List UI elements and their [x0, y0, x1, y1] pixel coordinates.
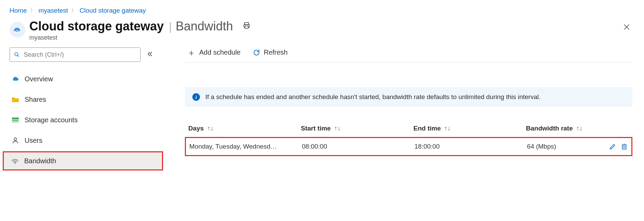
sidebar-item-overview[interactable]: Overview: [5, 69, 162, 88]
content-pane: ＋ Add schedule Refresh i If a schedule h…: [153, 47, 644, 210]
svg-line-7: [17, 55, 19, 57]
sidebar-item-users[interactable]: Users: [5, 131, 162, 150]
blade-header: Cloud storage gateway | Bandwidth myaset…: [0, 17, 644, 47]
close-button[interactable]: [621, 21, 632, 35]
page-section: Bandwidth: [176, 19, 233, 33]
cell-days: Monday, Tuesday, Wednesd…: [189, 143, 302, 150]
breadcrumb: Home 〉 myasetest 〉 Cloud storage gateway: [0, 0, 644, 17]
sidebar-item-storage-accounts[interactable]: Storage accounts: [5, 110, 162, 129]
svg-rect-13: [623, 145, 626, 149]
delete-icon[interactable]: [620, 143, 628, 150]
breadcrumb-resource[interactable]: myasetest: [39, 7, 68, 14]
folder-icon: [11, 96, 20, 103]
breadcrumb-current[interactable]: Cloud storage gateway: [79, 7, 146, 14]
table-row[interactable]: Monday, Tuesday, Wednesd… 08:00:00 18:00…: [185, 137, 632, 156]
column-label: End time: [413, 125, 441, 132]
cell-start-time: 08:00:00: [302, 143, 414, 150]
info-icon: i: [192, 93, 200, 101]
title-separator: |: [169, 20, 172, 33]
resource-type-icon: [10, 22, 25, 38]
sidebar-search[interactable]: [10, 47, 141, 62]
storage-icon: [11, 116, 20, 123]
chevron-right-icon: 〉: [30, 8, 35, 14]
sidebar-item-shares[interactable]: Shares: [5, 90, 162, 109]
command-label: Add schedule: [199, 49, 240, 56]
plus-icon: ＋: [187, 48, 196, 57]
svg-point-6: [15, 53, 18, 56]
pin-icon[interactable]: [243, 22, 251, 31]
column-label: Bandwidth rate: [526, 125, 573, 132]
edit-icon[interactable]: [609, 143, 616, 150]
svg-rect-8: [12, 118, 19, 119]
breadcrumb-home[interactable]: Home: [10, 7, 27, 14]
svg-rect-1: [245, 23, 249, 25]
row-actions: [597, 143, 628, 150]
svg-point-11: [14, 138, 16, 140]
collapse-sidebar-button[interactable]: [147, 51, 153, 59]
user-icon: [11, 137, 20, 144]
sort-icon: ↑↓: [576, 125, 583, 132]
sidebar-item-label: Bandwidth: [24, 157, 56, 165]
sidebar-item-label: Overview: [25, 75, 53, 83]
search-icon: [14, 52, 20, 58]
sidebar-item-label: Shares: [25, 96, 46, 103]
svg-rect-3: [245, 26, 248, 28]
column-label: Days: [188, 125, 204, 132]
svg-rect-9: [12, 120, 19, 121]
sort-icon: ↑↓: [207, 125, 214, 132]
page-title: Cloud storage gateway: [29, 19, 164, 33]
command-label: Refresh: [264, 49, 288, 56]
column-header-days[interactable]: Days ↑↓: [188, 125, 301, 132]
cloud-icon: [11, 75, 20, 82]
info-message: If a schedule has ended and another sche…: [205, 93, 541, 101]
sidebar-item-label: Users: [25, 137, 42, 144]
svg-point-12: [15, 163, 16, 164]
column-header-end-time[interactable]: End time ↑↓: [413, 125, 526, 132]
cell-end-time: 18:00:00: [414, 143, 527, 150]
table-header: Days ↑↓ Start time ↑↓ End time ↑↓ Bandwi…: [185, 123, 632, 137]
svg-point-0: [16, 31, 17, 32]
sort-icon: ↑↓: [334, 125, 341, 132]
schedule-table: Days ↑↓ Start time ↑↓ End time ↑↓ Bandwi…: [185, 123, 632, 156]
sidebar-item-label: Storage accounts: [25, 116, 78, 124]
sort-icon: ↑↓: [444, 125, 451, 132]
chevron-right-icon: 〉: [71, 8, 76, 14]
resource-name-subtitle: myasetest: [29, 34, 251, 41]
info-banner: i If a schedule has ended and another sc…: [185, 87, 632, 107]
cell-bandwidth-rate: 64 (Mbps): [527, 143, 597, 150]
sidebar-item-bandwidth[interactable]: Bandwidth: [3, 151, 163, 170]
column-header-bandwidth-rate[interactable]: Bandwidth rate ↑↓: [526, 125, 598, 132]
refresh-icon: [253, 49, 260, 56]
search-input[interactable]: [23, 51, 136, 59]
column-label: Start time: [301, 125, 331, 132]
command-bar: ＋ Add schedule Refresh: [185, 47, 632, 63]
svg-rect-10: [12, 122, 19, 123]
refresh-button[interactable]: Refresh: [251, 47, 290, 58]
column-header-start-time[interactable]: Start time ↑↓: [301, 125, 413, 132]
wifi-icon: [11, 157, 19, 164]
sidebar: Overview Shares Storage accounts: [10, 47, 153, 210]
add-schedule-button[interactable]: ＋ Add schedule: [185, 47, 243, 58]
